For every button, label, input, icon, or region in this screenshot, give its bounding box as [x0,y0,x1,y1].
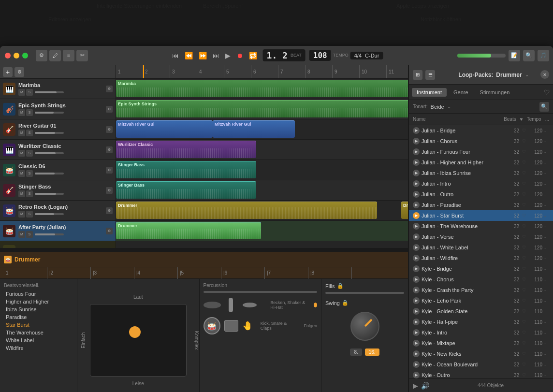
loop-item-7[interactable]: ▶Julian - Paradise32♡120- [409,200,553,210]
preset-wildfire[interactable]: Wildfire [4,344,73,352]
volume-epic-synth[interactable] [35,112,64,114]
preset-the-warehouse[interactable]: The Warehouse [4,329,73,336]
solo-marimba[interactable]: S [26,89,33,96]
loop-play-btn-23[interactable]: ▶ [413,372,420,378]
track-item-wurlitzer[interactable]: 🎹 Wurlitzer Classic M S ⚙ [0,140,116,160]
loop-fav-21[interactable]: ♡ [521,351,527,356]
loop-grid-view-button[interactable]: ⊞ [413,70,422,80]
tab-instrument[interactable]: Instrument [412,88,447,97]
track-lane-epic-synth[interactable]: Epic Synth Strings Epic Synth Strings [116,99,408,119]
volume-retro-rock[interactable] [35,213,64,215]
forward-button[interactable]: ⏩ [197,51,209,60]
loop-close-button[interactable]: ✕ [540,70,549,79]
loop-item-3[interactable]: ▶Julian - Higher and Higher32♡120- [409,157,553,168]
rewind-button[interactable]: ⏮ [170,51,181,60]
loop-play-btn-5[interactable]: ▶ [413,180,420,187]
loop-fav-10[interactable]: ♡ [521,234,527,239]
mute-classic-d6[interactable]: M [18,170,25,177]
eighth-note-button[interactable]: 8. [350,348,362,356]
track-item-after-party[interactable]: 🥁 After Party (Julian) M S ⚙ [0,221,116,241]
loop-play-btn-2[interactable]: ▶ [413,148,420,155]
loop-fav-18[interactable]: ♡ [521,319,527,324]
scissor-button[interactable]: ✂ [76,50,88,61]
loop-play-btn-18[interactable]: ▶ [413,319,420,325]
loop-item-14[interactable]: ▶Kyle - Chorus32♡110- [409,274,553,285]
region-river-guitar-1[interactable]: Mitzvah River Gui [116,120,213,138]
loop-fav-17[interactable]: ♡ [521,309,527,314]
solo-retro-rock[interactable]: S [26,211,33,218]
loop-play-btn-6[interactable]: ▶ [413,191,420,198]
loop-item-0[interactable]: ▶Julian - Bridge32♡120- [409,125,553,136]
solo-epic-synth[interactable]: S [26,109,33,116]
loop-fav-9[interactable]: ♡ [521,224,527,229]
tab-stimmungen[interactable]: Stimmungen [475,88,515,97]
loop-fav-20[interactable]: ♡ [521,341,527,346]
pan-marimba[interactable]: ⚙ [106,86,113,92]
loop-fav-7[interactable]: ♡ [521,203,527,207]
pad-grid[interactable] [90,304,187,377]
preset-ibiza-sunrise[interactable]: Ibiza Sunrise [4,305,73,313]
loop-fav-4[interactable]: ♡ [521,171,527,175]
region-marimba-1[interactable]: Marimba [116,80,408,97]
preset-star-burst[interactable]: Star Burst [4,321,73,329]
loop-play-btn-11[interactable]: ▶ [413,244,420,251]
loop-fav-22[interactable]: ♡ [521,362,527,367]
loop-play-btn-21[interactable]: ▶ [413,350,420,357]
mute-wurlitzer[interactable]: M [18,150,25,157]
back-button[interactable]: ⏪ [183,51,195,60]
editors-button[interactable]: 🖊 [49,50,61,61]
close-button[interactable] [5,53,11,58]
master-volume-slider[interactable] [457,54,506,58]
solo-classic-d6[interactable]: S [26,170,33,177]
loop-item-4[interactable]: ▶Julian - Ibiza Sunrise32♡120- [409,168,553,178]
swing-knob[interactable] [350,312,379,341]
loop-play-btn-17[interactable]: ▶ [413,308,420,315]
tab-genre[interactable]: Genre [449,88,473,97]
loop-item-17[interactable]: ▶Kyle - Golden State32♡110- [409,306,553,317]
track-item-river-guitar[interactable]: 🎸 River Guitar 01 M S ⚙ [0,119,116,140]
loop-item-5[interactable]: ▶Julian - Intro32♡120- [409,178,553,189]
track-item-master[interactable]: ⚙ Master Track ⚙ [0,241,116,248]
solo-river-guitar[interactable]: S [26,130,33,136]
loop-footer-play[interactable]: ▶ [413,382,418,390]
loop-item-15[interactable]: ▶Kyle - Crash the Party32♡110- [409,285,553,295]
loop-play-btn-12[interactable]: ▶ [413,255,420,261]
solo-stinger-bass[interactable]: S [26,190,33,197]
mute-river-guitar[interactable]: M [18,130,25,136]
loop-pack-chevron[interactable]: ⌄ [525,72,529,77]
loop-play-btn-4[interactable]: ▶ [413,170,420,176]
mute-marimba[interactable]: M [18,89,25,96]
filter-chevron[interactable]: ⌄ [447,104,451,109]
maximize-button[interactable] [22,53,28,58]
loop-fav-15[interactable]: ♡ [521,288,527,292]
loop-item-18[interactable]: ▶Kyle - Half-pipe32♡110- [409,317,553,327]
preset-higher-and-higher[interactable]: Higher and Higher [4,298,73,305]
track-options-button[interactable]: ⚙ [15,67,24,77]
loop-play-btn-19[interactable]: ▶ [413,329,420,336]
add-track-button[interactable]: + [3,67,13,77]
loop-play-btn-13[interactable]: ▶ [413,265,420,272]
track-item-stinger-bass[interactable]: 🎸 Stinger Bass M S ⚙ [0,180,116,201]
loop-item-11[interactable]: ▶Julian - White Label32♡120- [409,242,553,253]
loop-fav-1[interactable]: ♡ [521,139,527,144]
pan-wurlitzer[interactable]: ⚙ [106,146,113,153]
volume-wurlitzer[interactable] [35,152,64,154]
loop-search-button[interactable]: 🔍 [539,102,549,112]
region-drummer-2[interactable]: Drummer [401,202,408,219]
loop-item-1[interactable]: ▶Julian - Chorus32♡120- [409,136,553,146]
smart-controls-button[interactable]: ⚙ [36,50,47,61]
track-lane-marimba[interactable]: Marimba Marimba [116,79,408,99]
bpm-display[interactable]: 108 [309,50,331,61]
volume-river-guitar[interactable] [35,132,64,134]
loop-item-2[interactable]: ▶Julian - Furious Four32♡120- [409,146,553,157]
mute-epic-synth[interactable]: M [18,109,25,116]
loop-play-btn-7[interactable]: ▶ [413,202,420,208]
loop-play-btn-16[interactable]: ▶ [413,297,420,304]
region-after-party-1[interactable]: Drummer [116,222,261,239]
mute-retro-rock[interactable]: M [18,211,25,218]
volume-marimba[interactable] [35,91,64,93]
solo-after-party[interactable]: S [26,231,33,238]
loop-item-9[interactable]: ▶Julian - The Warehouse32♡120- [409,221,553,232]
region-epic-synth-1[interactable]: Epic Synth Strings [116,100,408,117]
region-drummer-1[interactable]: Drummer [116,202,377,219]
